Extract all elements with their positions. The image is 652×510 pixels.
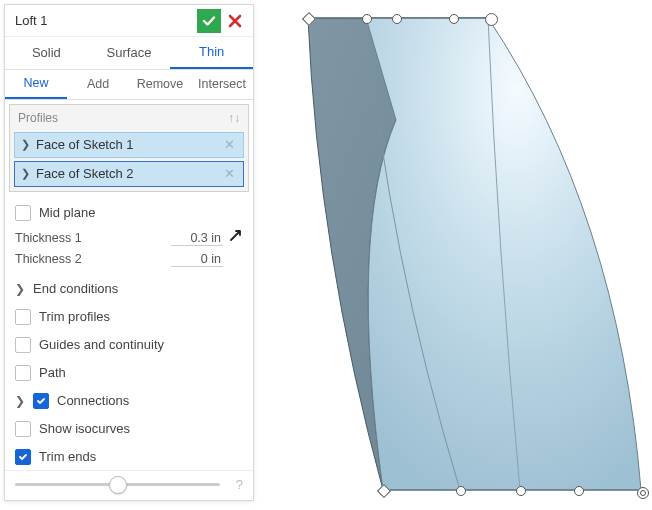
cancel-button[interactable] xyxy=(223,9,247,33)
tab-surface[interactable]: Surface xyxy=(88,37,171,68)
op-add[interactable]: Add xyxy=(67,70,129,99)
chevron-right-icon: ❯ xyxy=(15,282,27,296)
trim-ends-option[interactable]: Trim ends xyxy=(15,444,243,470)
chevron-right-icon: ❯ xyxy=(21,167,30,180)
thickness1-field[interactable]: Thickness 1 0.3 in xyxy=(15,228,243,250)
panel-footer: ? xyxy=(5,470,253,500)
op-new[interactable]: New xyxy=(5,70,67,99)
checkbox-icon[interactable] xyxy=(15,421,31,437)
panel-header: Loft 1 xyxy=(5,5,253,37)
control-point[interactable] xyxy=(574,486,584,496)
loft-panel: Loft 1 Solid Surface Thin New Add Remove… xyxy=(4,4,254,501)
end-conditions-toggle[interactable]: ❯ End conditions xyxy=(15,276,243,302)
opacity-slider[interactable] xyxy=(15,483,220,486)
control-point[interactable] xyxy=(516,486,526,496)
profile-label: Face of Sketch 1 xyxy=(36,137,220,152)
type-tabs: Solid Surface Thin xyxy=(5,37,253,69)
remove-profile-icon[interactable]: ✕ xyxy=(220,166,239,181)
show-isocurves-option[interactable]: Show isocurves xyxy=(15,416,243,442)
thickness1-value[interactable]: 0.3 in xyxy=(171,231,223,246)
mid-plane-option[interactable]: Mid plane xyxy=(15,200,243,226)
chevron-right-icon: ❯ xyxy=(15,394,27,408)
slider-thumb[interactable] xyxy=(109,476,127,494)
tab-thin[interactable]: Thin xyxy=(170,37,253,68)
profiles-label: Profiles xyxy=(18,111,58,125)
control-point-target[interactable] xyxy=(637,487,649,499)
remove-profile-icon[interactable]: ✕ xyxy=(220,137,239,152)
checkbox-icon[interactable] xyxy=(15,337,31,353)
reorder-icon[interactable]: ↑↓ xyxy=(228,111,240,125)
control-point[interactable] xyxy=(485,13,498,26)
chevron-right-icon: ❯ xyxy=(21,138,30,151)
profile-row[interactable]: ❯ Face of Sketch 2 ✕ xyxy=(14,161,244,187)
checkbox-icon[interactable] xyxy=(15,309,31,325)
checkbox-icon[interactable] xyxy=(15,205,31,221)
model-viewport[interactable] xyxy=(258,0,652,510)
thickness2-field[interactable]: Thickness 2 0 in xyxy=(15,252,243,274)
path-option[interactable]: Path xyxy=(15,360,243,386)
direction-arrow-icon[interactable] xyxy=(229,228,243,245)
guides-option[interactable]: Guides and continuity xyxy=(15,332,243,358)
checkbox-icon[interactable] xyxy=(33,393,49,409)
op-remove[interactable]: Remove xyxy=(129,70,191,99)
control-point[interactable] xyxy=(392,14,402,24)
thickness2-value[interactable]: 0 in xyxy=(171,252,223,267)
control-point[interactable] xyxy=(456,486,466,496)
profile-row[interactable]: ❯ Face of Sketch 1 ✕ xyxy=(14,132,244,158)
trim-profiles-option[interactable]: Trim profiles xyxy=(15,304,243,330)
help-icon[interactable]: ? xyxy=(236,477,243,492)
checkbox-icon[interactable] xyxy=(15,449,31,465)
op-intersect[interactable]: Intersect xyxy=(191,70,253,99)
profile-label: Face of Sketch 2 xyxy=(36,166,220,181)
loft-preview-model xyxy=(288,12,652,502)
operation-tabs: New Add Remove Intersect xyxy=(5,70,253,100)
tab-solid[interactable]: Solid xyxy=(5,37,88,68)
checkbox-icon[interactable] xyxy=(15,365,31,381)
confirm-button[interactable] xyxy=(197,9,221,33)
panel-title: Loft 1 xyxy=(15,13,195,28)
connections-toggle[interactable]: ❯ Connections xyxy=(15,388,243,414)
control-point[interactable] xyxy=(362,14,372,24)
control-point[interactable] xyxy=(449,14,459,24)
profiles-section: Profiles ↑↓ ❯ Face of Sketch 1 ✕ ❯ Face … xyxy=(9,104,249,192)
